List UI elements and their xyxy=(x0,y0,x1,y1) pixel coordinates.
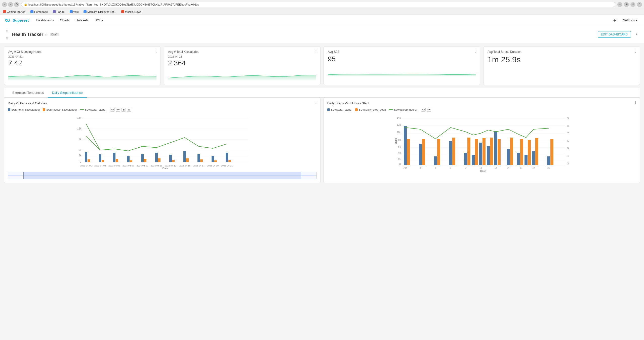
chart-menu-steps-hours[interactable]: ⋮ xyxy=(634,100,637,104)
star-button[interactable]: ☆ xyxy=(45,33,48,36)
tab-daily-steps-influence[interactable]: Daily Steps Influence xyxy=(48,88,87,98)
legend-copy-btn[interactable]: ⎘ xyxy=(121,108,126,112)
legend-expand-btn[interactable]: ⊞ xyxy=(127,108,131,112)
extensions-btn[interactable]: ⊞ xyxy=(624,2,629,7)
main-nav: Dashboards Charts Datasets SQL xyxy=(34,17,106,24)
dashboard-header: ⊟ ⊞ Health Tracker ☆ Draft EDIT DASHBOAR… xyxy=(0,26,644,43)
svg-rect-15 xyxy=(99,154,101,162)
svg-rect-29 xyxy=(197,154,200,162)
metric-date-calories: 2023-04-21 xyxy=(168,55,316,58)
svg-text:8: 8 xyxy=(567,124,569,127)
svg-text:2023-04-11: 2023-04-11 xyxy=(151,164,162,167)
legend-active-kilocalories: SUM(active_kilocalories) xyxy=(43,108,77,111)
app-name: Superset xyxy=(13,18,29,22)
svg-rect-75 xyxy=(434,156,437,165)
sparkline-sleep xyxy=(8,69,156,80)
bookmark-icon-forum xyxy=(53,10,56,13)
svg-rect-28 xyxy=(186,158,189,162)
legend-inv-btn-r[interactable]: Inv xyxy=(427,108,431,112)
chart-menu-steps-calories[interactable]: ⋮ xyxy=(314,100,318,104)
svg-rect-25 xyxy=(169,155,172,162)
nav-datasets[interactable]: Datasets xyxy=(73,17,91,24)
bookmark-icon-getting-started xyxy=(3,10,6,13)
legend-box-daily-step-goal xyxy=(355,108,358,111)
svg-rect-98 xyxy=(550,139,553,165)
tab-exercises-tendencies[interactable]: Exercises Tendencies xyxy=(8,88,48,98)
metric-title-calories: Avg # Total Kilocalories xyxy=(168,50,316,54)
legend-box-active-kilocalories xyxy=(43,108,45,111)
nav-charts[interactable]: Charts xyxy=(57,17,72,24)
browser-right-controls: ☆ ⊞ ⬇ ⋮ xyxy=(617,2,642,7)
svg-text:0: 0 xyxy=(80,160,81,163)
card-menu-calories[interactable]: ⋮ xyxy=(314,49,318,53)
bookmark-icon-homepage xyxy=(30,10,33,13)
legend-controls-r: All Inv xyxy=(421,108,431,112)
svg-text:0: 0 xyxy=(399,163,401,166)
bookmark-btn[interactable]: ☆ xyxy=(617,2,622,7)
svg-text:9: 9 xyxy=(567,117,569,120)
more-options-button[interactable]: ⋮ xyxy=(633,32,640,37)
header-right: ✚ Settings ▾ xyxy=(611,17,640,24)
bookmark-wiki[interactable]: Wiki xyxy=(69,10,80,14)
sparkline-calories xyxy=(168,69,316,80)
metric-title-sleep: Avg # Of Sleeping Hours xyxy=(8,50,156,54)
svg-rect-72 xyxy=(407,139,410,165)
card-menu-stress[interactable]: ⋮ xyxy=(634,49,637,53)
brush-handle[interactable] xyxy=(23,172,301,179)
add-btn[interactable]: ✚ xyxy=(611,17,618,24)
bookmark-manjaro[interactable]: Manjaro Discover Sof... xyxy=(83,10,117,14)
lock-icon: 🔒 xyxy=(24,3,27,6)
svg-rect-97 xyxy=(547,156,550,165)
svg-text:15: 15 xyxy=(507,166,510,169)
legend-total-steps: SUM(total_steps) xyxy=(80,108,106,111)
svg-text:19: 19 xyxy=(532,166,535,169)
card-menu-spo2[interactable]: ⋮ xyxy=(474,49,477,53)
collapse-icon[interactable]: ⊞ xyxy=(4,35,10,41)
menu-btn[interactable]: ⋮ xyxy=(637,2,642,7)
legend-inv-btn[interactable]: Inv xyxy=(116,108,120,112)
bookmark-forum[interactable]: Forum xyxy=(52,10,66,14)
card-menu-sleep[interactable]: ⋮ xyxy=(154,49,158,53)
svg-text:Date: Date xyxy=(162,167,168,169)
bookmark-homepage[interactable]: Homepage xyxy=(29,10,49,14)
svg-rect-16 xyxy=(102,160,104,162)
download-btn[interactable]: ⬇ xyxy=(630,2,635,7)
settings-btn[interactable]: Settings ▾ xyxy=(620,17,640,23)
bookmark-mozilla[interactable]: Mozilla News xyxy=(120,10,142,14)
address-bar[interactable]: 🔒 localhost:8088/superset/dashboard/13?n… xyxy=(21,2,615,7)
svg-text:5: 5 xyxy=(567,147,569,150)
legend-total-steps-r: SUM(total_steps) xyxy=(327,108,352,111)
svg-rect-32 xyxy=(214,160,217,162)
metric-title-spo2: Avg S02 xyxy=(328,50,476,54)
svg-rect-20 xyxy=(130,160,132,162)
back-btn[interactable]: ‹ xyxy=(2,2,7,7)
svg-text:15k: 15k xyxy=(77,116,82,119)
svg-text:3: 3 xyxy=(420,166,421,169)
metric-value-spo2: 95 xyxy=(328,55,476,63)
legend-all-btn-r[interactable]: All xyxy=(421,108,426,112)
nav-dashboards[interactable]: Dashboards xyxy=(34,17,56,24)
svg-rect-91 xyxy=(517,153,520,165)
filter-icon[interactable]: ⊟ xyxy=(4,28,10,34)
legend-line-total-steps xyxy=(80,109,84,110)
brush-area[interactable] xyxy=(8,172,317,179)
svg-text:11: 11 xyxy=(479,166,482,169)
browser-controls: ‹ › ↻ xyxy=(2,2,19,7)
svg-text:2023-04-19: 2023-04-19 xyxy=(207,164,219,167)
svg-text:10k: 10k xyxy=(397,131,401,134)
svg-rect-93 xyxy=(525,155,528,165)
edit-dashboard-button[interactable]: EDIT DASHBOARD xyxy=(598,31,631,38)
svg-rect-80 xyxy=(467,138,470,165)
reload-btn[interactable]: ↻ xyxy=(14,2,19,7)
svg-rect-94 xyxy=(528,140,531,165)
chart-legend-steps-calories: SUM(total_kilocalories) SUM(active_kiloc… xyxy=(8,108,317,112)
svg-text:4: 4 xyxy=(567,155,569,157)
forward-btn[interactable]: › xyxy=(8,2,13,7)
svg-text:2k: 2k xyxy=(398,158,401,161)
bookmark-icon-wiki xyxy=(70,10,73,13)
nav-sql[interactable]: SQL xyxy=(92,17,106,24)
bookmark-getting-started[interactable]: Getting Started xyxy=(2,10,26,14)
legend-all-btn[interactable]: All xyxy=(110,108,115,112)
legend-total-kilocalories: SUM(total_kilocalories) xyxy=(8,108,40,111)
svg-rect-81 xyxy=(472,155,475,165)
